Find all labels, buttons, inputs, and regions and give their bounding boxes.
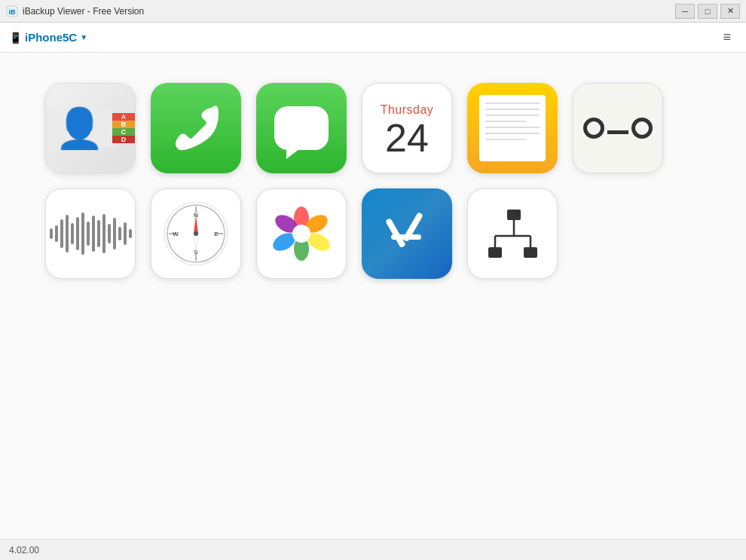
waveform-icon (50, 211, 132, 256)
wave-bar-13 (113, 218, 116, 249)
contacts-icon[interactable]: 👤 A B C D (45, 83, 136, 173)
maximize-button[interactable]: □ (698, 4, 717, 19)
device-selector[interactable]: 📱 iPhone5C ▼ (9, 31, 87, 44)
svg-point-14 (194, 231, 198, 236)
calendar-icon[interactable]: Thursday 24 (362, 83, 452, 173)
appstore-icon[interactable] (362, 188, 452, 279)
minimize-button[interactable]: ─ (675, 4, 695, 19)
person-silhouette-icon: 👤 (55, 109, 104, 148)
contacts-letter-d: D (112, 136, 135, 143)
voicemail-icon[interactable] (573, 83, 663, 173)
phone-icon[interactable] (151, 83, 241, 173)
contacts-main: 👤 (46, 109, 112, 148)
notes-icon[interactable] (467, 83, 558, 173)
hamburger-menu-button[interactable]: ≡ (717, 26, 737, 48)
notes-paper (479, 95, 546, 161)
svg-rect-27 (524, 247, 537, 258)
dropdown-arrow-icon: ▼ (80, 33, 87, 41)
status-bar: 4.02.00 (0, 539, 746, 560)
wave-bar-6 (76, 217, 79, 250)
svg-text:W: W (173, 231, 179, 237)
photos-icon[interactable] (256, 188, 347, 279)
wave-bar-8 (87, 222, 90, 246)
svg-rect-22 (385, 218, 406, 248)
svg-rect-25 (507, 210, 521, 220)
photos-flower-icon (268, 200, 335, 267)
wave-bar-5 (71, 223, 74, 244)
notes-line-5 (485, 127, 540, 128)
icons-row-2: N S E W (45, 188, 558, 279)
window-controls: ─ □ ✕ (675, 4, 740, 19)
notes-line-2 (485, 109, 540, 110)
icons-grid: 👤 A B C D (45, 83, 701, 279)
notes-line-7 (485, 139, 526, 140)
svg-point-21 (292, 225, 310, 243)
voicemail-circle-left (583, 118, 604, 139)
close-button[interactable]: ✕ (720, 4, 740, 19)
wave-bar-9 (92, 216, 95, 252)
svg-rect-26 (488, 247, 502, 258)
device-name: iPhone5C (25, 31, 77, 44)
wave-bar-11 (102, 214, 105, 253)
filetree-diagram-icon (485, 206, 541, 262)
svg-text:iB: iB (9, 8, 17, 16)
menu-bar: 📱 iPhone5C ▼ ≡ (0, 23, 746, 53)
calendar-day-number: 24 (385, 117, 429, 160)
wave-bar-15 (124, 222, 127, 245)
wave-bar-4 (66, 215, 69, 252)
calendar-day-name: Thursday (362, 96, 451, 117)
wave-bar-1 (50, 228, 53, 239)
voicemail-symbol (583, 118, 653, 139)
main-content: 👤 A B C D (0, 53, 746, 539)
contacts-letter-b: B (112, 121, 135, 128)
wave-bar-7 (81, 213, 84, 255)
wave-bar-10 (97, 220, 100, 247)
message-bubble-icon (274, 106, 329, 150)
icons-row-1: 👤 A B C D (45, 83, 663, 173)
title-bar: iB iBackup Viewer - Free Version ─ □ ✕ (0, 0, 746, 23)
version-label: 4.02.00 (9, 545, 39, 555)
title-bar-left: iB iBackup Viewer - Free Version (6, 5, 144, 17)
wave-bar-16 (129, 229, 132, 238)
voicemail-circle-right (631, 118, 653, 139)
contacts-sidebar: A B C D (112, 113, 135, 143)
svg-text:E: E (214, 231, 219, 237)
safari-icon[interactable]: N S E W (151, 188, 241, 279)
appstore-a-icon (379, 206, 436, 262)
safari-compass-icon: N S E W (162, 200, 230, 268)
wave-bar-3 (60, 219, 63, 248)
notes-line-1 (485, 103, 540, 104)
wave-bar-12 (108, 224, 111, 243)
wave-bar-2 (55, 225, 58, 242)
notes-line-6 (485, 133, 540, 134)
window-title: iBackup Viewer - Free Version (23, 6, 144, 17)
phone-handset-icon (170, 102, 222, 155)
contacts-letter-a: A (112, 113, 135, 121)
app-icon-small: iB (6, 5, 18, 17)
voicemail-line (607, 130, 628, 134)
contacts-letter-c: C (112, 128, 135, 136)
notes-line-3 (485, 115, 540, 116)
svg-rect-24 (391, 234, 421, 240)
wave-bar-14 (118, 227, 121, 240)
filetree-icon[interactable] (467, 188, 558, 279)
voice-memos-icon[interactable] (45, 188, 136, 279)
device-icon: 📱 (9, 32, 22, 44)
notes-line-4 (485, 121, 526, 122)
messages-icon[interactable] (256, 83, 347, 173)
